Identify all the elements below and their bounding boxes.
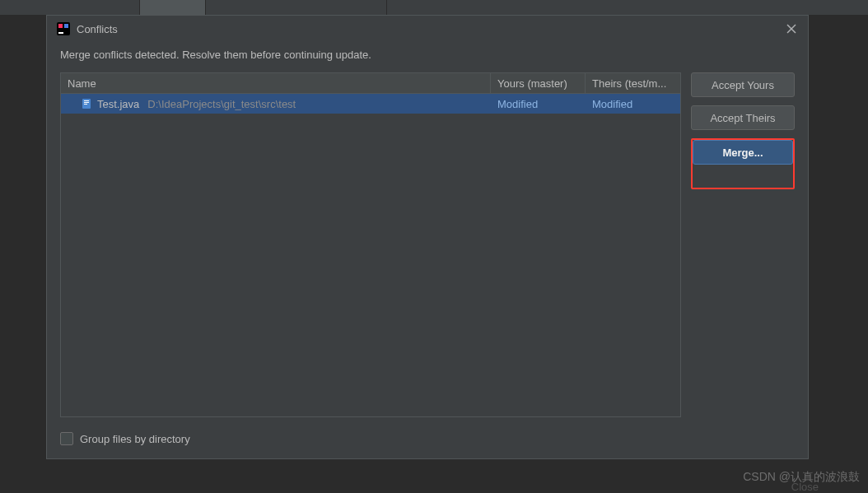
svg-rect-9 [84, 104, 87, 105]
accept-theirs-button[interactable]: Accept Theirs [691, 105, 795, 130]
watermark: CSDN @认真的波浪鼓 [743, 470, 860, 485]
file-cell: Test.java D:\IdeaProjects\git_test\src\t… [61, 94, 491, 114]
group-files-checkbox[interactable] [60, 432, 73, 445]
intellij-icon [57, 22, 70, 35]
conflict-message: Merge conflicts detected. Resolve them b… [60, 49, 795, 61]
file-name: Test.java [97, 98, 139, 110]
svg-rect-3 [58, 32, 63, 34]
dialog-title: Conflicts [77, 23, 778, 35]
svg-rect-2 [64, 24, 68, 28]
conflicts-table: Name Yours (master) Theirs (test/m... [60, 72, 681, 417]
table-header: Name Yours (master) Theirs (test/m... [61, 73, 680, 94]
column-name[interactable]: Name [61, 73, 491, 93]
merge-button[interactable]: Merge... [693, 140, 793, 165]
file-path: D:\IdeaProjects\git_test\src\test [147, 98, 296, 110]
yours-status: Modified [491, 94, 586, 114]
table-row[interactable]: Test.java D:\IdeaProjects\git_test\src\t… [61, 94, 680, 114]
svg-rect-8 [84, 102, 89, 103]
theirs-status: Modified [586, 94, 680, 114]
group-files-label[interactable]: Group files by directory [80, 433, 190, 445]
column-yours[interactable]: Yours (master) [491, 73, 586, 93]
accept-yours-button[interactable]: Accept Yours [691, 72, 795, 97]
conflicts-dialog: Conflicts Merge conflicts detected. Reso… [46, 15, 809, 459]
column-theirs[interactable]: Theirs (test/m... [586, 73, 680, 93]
merge-highlight-box: Merge... [691, 138, 795, 189]
svg-rect-1 [58, 24, 63, 28]
titlebar: Conflicts [47, 16, 808, 42]
java-file-icon [81, 98, 92, 109]
svg-rect-7 [84, 100, 89, 101]
close-icon[interactable] [785, 22, 798, 35]
